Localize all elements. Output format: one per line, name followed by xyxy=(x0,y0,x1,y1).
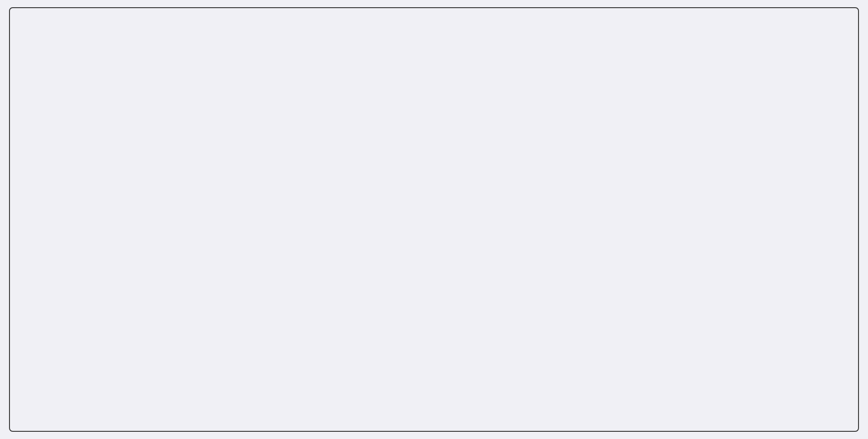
chart-container xyxy=(9,7,859,432)
